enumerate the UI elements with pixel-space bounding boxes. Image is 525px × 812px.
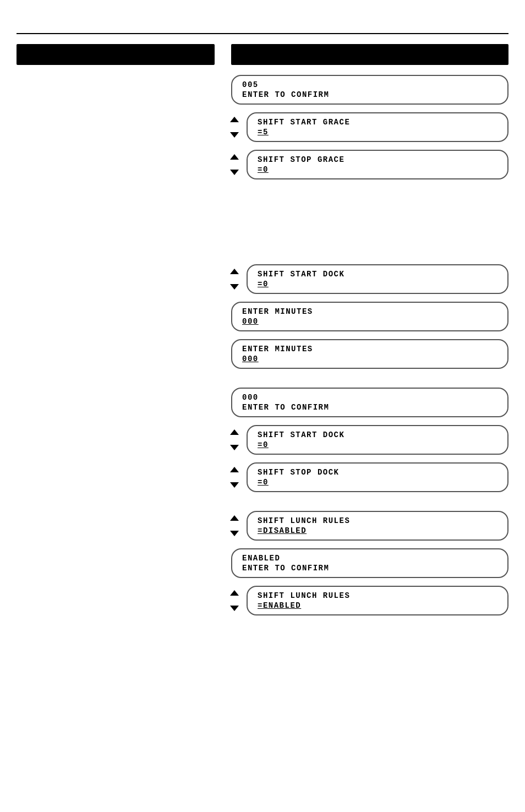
box-shift-stop-dock-line2: =0	[258, 478, 500, 487]
right-column: 005 ENTER TO CONFIRM SHIFT START GRACE =…	[226, 44, 508, 623]
arrow-up-icon	[230, 515, 239, 521]
box-enter-minutes-2: ENTER MINUTES 000	[231, 339, 508, 369]
box-shift-stop-dock: SHIFT STOP DOCK =0	[247, 462, 508, 492]
arrow-up-icon	[230, 269, 239, 274]
arrow-up-icon	[230, 467, 239, 472]
box-shift-stop-grace-line2: =0	[258, 165, 500, 174]
box-shift-start-dock-1-line2: =0	[258, 280, 500, 288]
box-enter-minutes-2-line2: 000	[242, 355, 500, 363]
box-enter-minutes-2-line1: ENTER MINUTES	[242, 345, 500, 353]
page-wrapper: 005 ENTER TO CONFIRM SHIFT START GRACE =…	[0, 33, 525, 812]
box-lunch-rules-disabled-line2: =DISABLED	[258, 526, 500, 535]
box-lunch-rules-enabled-line2: =ENABLED	[258, 601, 500, 610]
left-header-bar	[17, 44, 215, 65]
box-shift-stop-dock-line1: SHIFT STOP DOCK	[258, 468, 500, 477]
box-lunch-rules-disabled-line1: SHIFT LUNCH RULES	[258, 516, 500, 525]
box-shift-stop-grace: SHIFT STOP GRACE =0	[247, 150, 508, 179]
arrows-shift-stop-grace	[230, 151, 239, 178]
box-enabled-line1: ENABLED	[242, 554, 500, 563]
box-000-line1: 000	[242, 393, 500, 402]
arrows-lunch-rules-enabled	[230, 587, 239, 614]
box-shift-start-dock-2-line2: =0	[258, 440, 500, 449]
right-header-bar	[231, 44, 508, 65]
arrow-down-icon	[230, 170, 239, 175]
main-content: 005 ENTER TO CONFIRM SHIFT START GRACE =…	[17, 34, 508, 623]
box-005-line1: 005	[242, 80, 500, 89]
box-shift-lunch-rules-enabled: SHIFT LUNCH RULES =ENABLED	[247, 586, 508, 615]
arrow-up-icon	[230, 154, 239, 160]
arrow-up-icon	[230, 590, 239, 596]
box-shift-start-grace-line1: SHIFT START GRACE	[258, 118, 500, 127]
box-lunch-rules-enabled-line1: SHIFT LUNCH RULES	[258, 591, 500, 600]
box-shift-stop-grace-line1: SHIFT STOP GRACE	[258, 155, 500, 164]
box-shift-lunch-rules-disabled: SHIFT LUNCH RULES =DISABLED	[247, 511, 508, 541]
arrows-shift-start-grace	[230, 113, 239, 141]
arrow-up-icon	[230, 429, 239, 435]
box-shift-start-grace: SHIFT START GRACE =5	[247, 112, 508, 142]
box-enabled-line2: ENTER TO CONFIRM	[242, 564, 500, 573]
box-enter-minutes-1-line2: 000	[242, 317, 500, 326]
arrow-down-icon	[230, 445, 239, 450]
box-shift-start-grace-line2: =5	[258, 128, 500, 137]
box-enter-minutes-1: ENTER MINUTES 000	[231, 302, 508, 331]
left-column	[17, 44, 226, 623]
arrows-shift-start-dock-2	[230, 426, 239, 454]
spacer-1	[231, 187, 508, 264]
spacer-3	[231, 500, 508, 511]
box-enter-minutes-1-line1: ENTER MINUTES	[242, 307, 500, 316]
box-shift-start-dock-2: SHIFT START DOCK =0	[247, 425, 508, 455]
arrow-down-icon	[230, 482, 239, 488]
box-shift-start-dock-1-line1: SHIFT START DOCK	[258, 270, 500, 279]
box-enabled-confirm: ENABLED ENTER TO CONFIRM	[231, 548, 508, 578]
box-000-line2: ENTER TO CONFIRM	[242, 403, 500, 412]
arrows-shift-stop-dock	[230, 464, 239, 491]
arrows-lunch-rules-disabled	[230, 512, 239, 539]
box-005-line2: ENTER TO CONFIRM	[242, 90, 500, 99]
arrow-down-icon	[230, 284, 239, 290]
box-shift-start-dock-2-line1: SHIFT START DOCK	[258, 430, 500, 439]
box-shift-start-dock-1: SHIFT START DOCK =0	[247, 264, 508, 294]
box-000-confirm: 000 ENTER TO CONFIRM	[231, 388, 508, 417]
arrow-down-icon	[230, 132, 239, 138]
arrow-up-icon	[230, 117, 239, 122]
arrow-down-icon	[230, 606, 239, 611]
arrow-down-icon	[230, 531, 239, 536]
box-005-confirm: 005 ENTER TO CONFIRM	[231, 75, 508, 105]
spacer-2	[231, 377, 508, 388]
arrows-shift-start-dock-1	[230, 265, 239, 293]
